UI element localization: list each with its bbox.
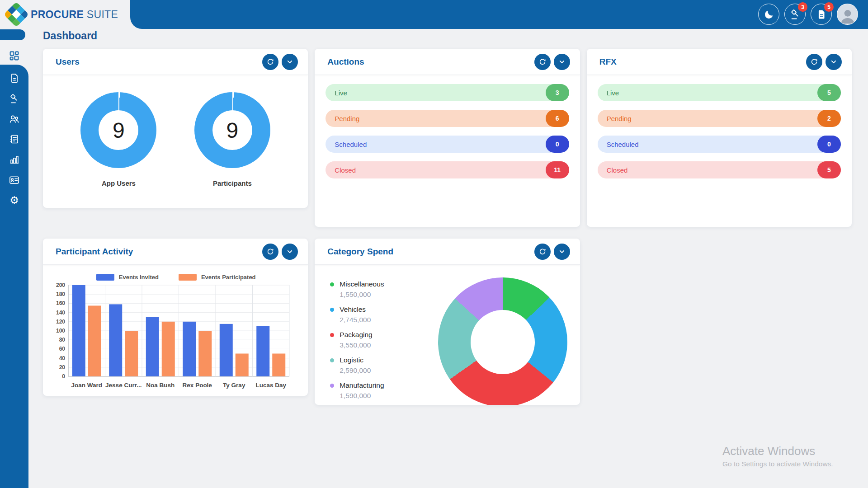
sidebar-item-auctions[interactable] [5,92,24,105]
sidebar-item-settings[interactable]: ⚙ [5,194,24,206]
collapse-button[interactable] [282,54,298,70]
refresh-button[interactable] [534,54,551,70]
auctions-status-list: Live3Pending6Scheduled0Closed11 [315,75,580,187]
status-row-pending[interactable]: Pending6 [326,110,569,127]
legend-swatch [96,274,114,281]
legend-value: 3,550,000 [340,341,384,349]
sidebar-item-catalog[interactable] [5,133,24,145]
dashboard-grid-icon [9,50,20,61]
category-spend-card-header: Category Spend [315,239,580,265]
legend-label-line: Logistic [330,356,384,364]
bar-events-invited [256,326,269,376]
watermark-line1: Activate Windows [722,444,833,458]
legend-dot [330,308,334,312]
auction-notifications-button[interactable]: 3 [784,4,806,25]
status-row-closed[interactable]: Closed11 [326,161,569,178]
sidebar-active-pill [0,29,25,40]
status-count-badge: 5 [817,84,841,101]
bar-events-invited [146,317,159,376]
donut-label: Participants [213,179,252,187]
donut-value: 9 [226,118,239,143]
status-count-badge: 0 [817,136,841,153]
status-row-live[interactable]: Live5 [598,84,841,101]
users-card-header: Users [43,49,308,75]
status-row-scheduled[interactable]: Scheduled0 [326,136,569,153]
legend-entry-miscellaneous: Miscellaneous1,550,000 [330,280,384,299]
user-avatar-button[interactable] [837,4,858,25]
rfx-card: RFX Live5Pending2Scheduled0C [587,49,852,227]
status-row-closed[interactable]: Closed5 [598,161,841,178]
status-count-badge: 2 [817,110,841,127]
list-notebook-icon [9,134,20,145]
sidebar-item-accounts[interactable] [5,174,24,186]
sidebar-item-dashboard[interactable] [0,47,28,65]
status-row-live[interactable]: Live3 [326,84,569,101]
sidebar-item-reports[interactable] [5,153,24,166]
refresh-button[interactable] [262,54,278,70]
status-label: Closed [607,166,628,174]
legend-value: 1,590,000 [340,392,384,400]
collapse-button[interactable] [554,54,570,70]
collapse-button[interactable] [554,244,570,260]
document-notification-badge: 5 [824,2,834,12]
card-actions [806,54,842,70]
bar-events-participated [162,322,175,376]
auctions-card-header: Auctions [315,49,580,75]
legend-dot [330,384,334,388]
legend-dot [330,358,334,362]
windows-activation-watermark: Activate Windows Go to Settings to activ… [722,444,833,468]
participant-activity-chart: Events InvitedEvents Participated 020406… [43,265,308,396]
brand-name-primary: PROCURE [31,9,84,20]
svg-text:Noa Bush: Noa Bush [146,382,175,389]
donut-legend: Miscellaneous1,550,000Vehicles2,745,000P… [330,277,384,400]
collapse-button[interactable] [282,244,298,260]
bar-chart-icon [9,154,20,165]
sidebar-item-documents[interactable] [5,72,24,84]
refresh-button[interactable] [534,244,551,260]
rfx-card-header: RFX [587,49,852,75]
gavel-icon [9,93,20,104]
participant-activity-card-title: Participant Activity [56,247,133,257]
donut-ring: 9 [194,92,270,168]
bar-events-participated [198,331,212,376]
status-count-badge: 11 [546,161,569,178]
svg-text:Lucas Day: Lucas Day [255,382,286,389]
collapse-button[interactable] [826,54,842,70]
bar-events-participated [125,331,138,376]
chevron-down-icon [557,247,566,256]
auctions-card-title: Auctions [327,57,364,67]
legend-label-line: Packaging [330,331,384,339]
refresh-button[interactable] [806,54,822,70]
status-row-scheduled[interactable]: Scheduled0 [598,136,841,153]
legend-item: Events Invited [96,274,159,281]
legend-dot [330,282,334,286]
category-spend-card-title: Category Spend [327,247,393,257]
dark-mode-toggle[interactable] [758,4,779,25]
person-icon [839,6,857,24]
legend-value: 2,590,000 [340,366,384,375]
refresh-icon [538,247,547,256]
rfx-status-list: Live5Pending2Scheduled0Closed5 [587,75,852,187]
refresh-button[interactable] [262,244,278,260]
brand-logo-icon [4,2,29,28]
document-notifications-button[interactable]: 5 [811,4,832,25]
status-label: Live [335,89,347,97]
sidebar-item-participants[interactable] [5,113,24,125]
bar-events-invited [109,304,122,376]
legend-label: Vehicles [340,305,366,314]
svg-text:180: 180 [56,291,65,297]
main-content: Dashboard Users [28,29,868,488]
legend-item: Events Participated [179,274,256,281]
status-row-pending[interactable]: Pending2 [598,110,841,127]
bar-chart-legend: Events InvitedEvents Participated [50,274,302,281]
legend-label: Manufacturing [340,381,384,389]
users-icon [9,113,20,125]
chevron-down-icon [557,57,566,66]
donut-ring: 9 [80,92,156,168]
status-count-badge: 6 [546,110,569,127]
brand-logo[interactable]: PROCURE SUITE [0,0,130,29]
participant-activity-card-header: Participant Activity [43,239,308,265]
status-count-badge: 5 [817,161,841,178]
auction-notification-badge: 3 [798,2,807,12]
status-label: Live [607,89,619,97]
